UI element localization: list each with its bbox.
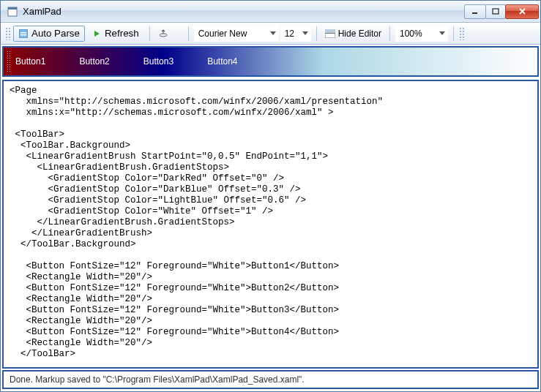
window-controls [465, 4, 539, 19]
status-bar: Done. Markup saved to "C:\Program Files\… [2, 370, 539, 389]
font-dropdown[interactable]: Courier New [194, 26, 279, 42]
separator [188, 26, 189, 41]
auto-parse-button[interactable]: Auto Parse [13, 26, 85, 42]
svg-rect-3 [493, 9, 499, 14]
window-title: XamlPad [23, 6, 465, 17]
preview-button-2[interactable]: Button2 [79, 56, 109, 67]
status-text: Done. Markup saved to "C:\Program Files\… [10, 374, 305, 385]
separator [316, 26, 317, 41]
code-text: <Page xmlns="http://schemas.microsoft.co… [10, 86, 531, 369]
chevron-down-icon [270, 31, 276, 35]
preview-grip[interactable] [7, 50, 11, 72]
preview-button-4[interactable]: Button4 [207, 56, 237, 67]
font-size-dropdown[interactable]: 12 [280, 26, 311, 42]
svg-rect-7 [20, 32, 26, 34]
minimize-button[interactable] [464, 4, 486, 19]
app-window: XamlPad Auto Parse [0, 0, 541, 392]
svg-rect-12 [325, 29, 335, 33]
app-icon [7, 6, 18, 18]
zoom-dropdown[interactable]: 100% [395, 26, 448, 42]
toolbar-grip[interactable] [459, 27, 464, 40]
zoom-value: 100% [400, 29, 422, 39]
svg-point-10 [160, 34, 167, 37]
toolbar-grip[interactable] [5, 27, 10, 40]
hide-editor-toggle[interactable]: Hide Editor [322, 29, 384, 39]
main-toolbar: Auto Parse Refresh Courier New 12 [1, 23, 540, 45]
hide-editor-icon [325, 29, 335, 39]
chevron-down-icon [302, 31, 308, 35]
close-button[interactable] [505, 4, 539, 19]
svg-rect-1 [8, 7, 17, 10]
preview-button-1[interactable]: Button1 [15, 56, 45, 67]
separator [149, 26, 150, 41]
titlebar[interactable]: XamlPad [1, 1, 540, 23]
separator [453, 26, 454, 41]
svg-marker-9 [94, 31, 100, 37]
open-icon [158, 29, 168, 39]
refresh-icon [92, 29, 102, 39]
code-editor[interactable]: <Page xmlns="http://schemas.microsoft.co… [2, 80, 539, 369]
maximize-button[interactable] [485, 4, 506, 19]
svg-rect-8 [20, 34, 26, 36]
svg-rect-6 [19, 29, 28, 38]
font-size-value: 12 [285, 29, 294, 39]
refresh-button[interactable]: Refresh [86, 26, 144, 42]
font-value: Courier New [198, 29, 247, 39]
hide-editor-label: Hide Editor [338, 29, 381, 39]
open-button[interactable] [155, 26, 171, 42]
preview-toolbar: Button1 Button2 Button3 Button4 [2, 46, 539, 77]
chevron-down-icon [439, 31, 445, 35]
separator [389, 26, 390, 41]
refresh-label: Refresh [105, 28, 139, 39]
auto-parse-icon [18, 29, 29, 39]
auto-parse-label: Auto Parse [31, 28, 80, 39]
preview-button-3[interactable]: Button3 [143, 56, 174, 67]
